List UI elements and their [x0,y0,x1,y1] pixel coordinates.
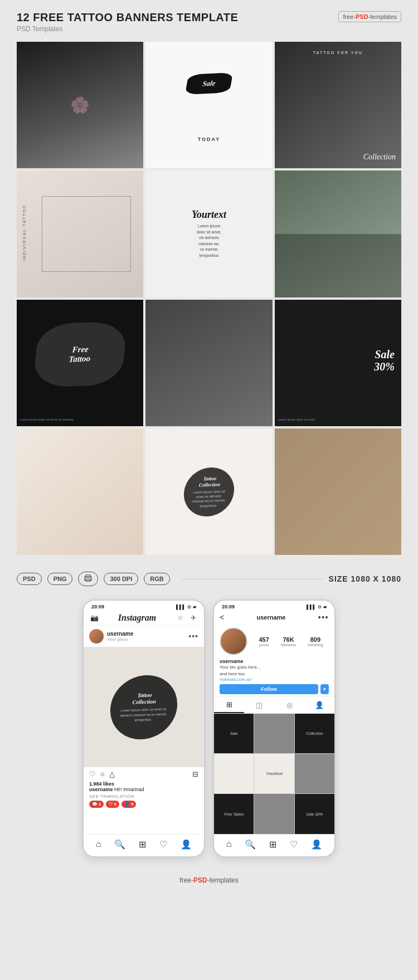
comment-icon[interactable]: ○ [100,770,105,778]
badge-rgb: RGB [144,573,169,585]
post-status-icons: ▌▌▌ ⊙ ▰ [176,604,196,610]
pgrid-4 [214,754,254,793]
page-title: 12 FREE TATTOO BANNERS TEMPLATE [17,11,238,24]
camera-icon[interactable]: 📷 [89,613,99,623]
share-icon[interactable]: △ [109,770,115,778]
footer-psd: PSD [193,876,207,884]
specs-row: PSD PNG 300 DPI RGB SIZE 1080 X 1080 [17,566,401,592]
tab-grid[interactable]: ⊞ [214,697,244,713]
banner-cell-8 [145,300,272,426]
signal-icon: ▌▌▌ [176,604,186,610]
phone-profile-mockup: 20:09 ▌▌▌ ⊙ ▰ < username ••• 457 [213,599,336,857]
profile-battery-icon: ▰ [323,604,327,610]
banner-7-caption: Lorem ipsum dolor sit amet,vis detracto [20,418,74,421]
wifi-icon: ⊙ [187,604,191,610]
post-user-info: username Your place [107,631,133,642]
pgrid-9: Sale 30% [295,794,334,833]
pgrid-7-text: Free Tattoo [214,794,254,833]
post-script-text: TattooCollection [132,691,157,705]
svg-rect-2 [86,579,90,581]
caption-text: Hi!! #marinad [114,787,144,792]
phones-row: 20:09 ▌▌▌ ⊙ ▰ 📷 Instagram ☆ ✈ [17,599,401,857]
ig-logo: Instagram [118,613,156,623]
follow-dropdown-button[interactable]: ▾ [320,684,329,694]
nav-search-icon[interactable]: 🔍 [114,839,125,850]
profile-time: 20:09 [222,604,235,610]
header-left: 12 FREE TATTOO BANNERS TEMPLATE PSD Temp… [17,11,238,33]
post-phone-nav: ⌂ 🔍 ⊞ ♡ 👤 [84,834,204,856]
heart-icon[interactable]: ♡ [89,770,96,778]
paper-plane-icon[interactable]: ✈ [188,613,198,623]
bookmark-icon[interactable]: ⊟ [192,770,198,778]
badge-psd: PSD [17,573,42,585]
spec-divider [181,579,323,579]
pgrid-7: Free Tattoo [214,794,254,833]
post-username: username [107,631,133,637]
battery-icon: ▰ [193,604,196,610]
pgrid-1-text: Sale [214,714,254,753]
banner-cell-5: Yourtext Lorem ipsumdolor sit amet,vis d… [145,170,272,297]
pgrid-9-text: Sale 30% [295,794,334,833]
bio-text-2: and here too. [220,671,329,677]
banner-9-caption: Lorem ipsum dolor sit amet [278,418,315,421]
nav-add-icon[interactable]: ⊞ [139,839,146,850]
banner-7-line2: Tattoo [69,354,91,364]
profile-username-title: username [256,614,285,621]
follow-row: Follow ▾ [214,684,334,696]
profile-nav-home-icon[interactable]: ⌂ [226,839,232,849]
notif-badge-3: 👤5 [121,801,136,808]
badge-printer [78,572,98,586]
banner-11-body: Lorem ipsum dolor sitamet,vis detractono… [191,489,226,509]
banner-cell-9: Sale30% Lorem ipsum dolor sit amet [275,300,401,426]
badge-dpi: 300 DPI [104,573,138,585]
page-footer: free-PSD-templates [17,869,401,890]
post-status-bar: 20:09 ▌▌▌ ⊙ ▰ [84,601,204,611]
banner-2-today: TODAY [198,136,221,142]
banner-grid: 🌸 Sale TODAY TATTOO FOR YOU Collection [17,42,401,555]
send-icon[interactable]: ☆ [175,613,185,623]
profile-nav-profile-icon[interactable]: 👤 [311,839,322,850]
tab-tag[interactable]: ◫ [244,697,274,713]
post-actions: ♡ ○ △ ⊟ [84,767,204,781]
profile-bio: username Your bio goes here... and here … [214,659,334,684]
post-likes: 1.984 likes [84,781,204,787]
tab-mentions[interactable]: 👤 [304,697,334,713]
profile-wifi-icon: ⊙ [318,604,322,610]
follow-button[interactable]: Follow [220,684,318,694]
banner-11-circle: TattooCollection Lorem ipsum dolor sitam… [182,466,236,517]
bio-link[interactable]: marinad.com.ar/ [220,677,329,682]
ig-header: 📷 Instagram ☆ ✈ [84,611,204,626]
post-more-icon[interactable]: ••• [188,632,198,641]
pgrid-3-text: Collection [295,714,334,753]
banner-cell-10 [17,428,143,555]
banner-cell-12 [275,428,401,555]
svg-rect-1 [86,575,90,577]
banner-cell-11: TattooCollection Lorem ipsum dolor sitam… [145,428,272,555]
notif-badge-2: ♡9 [106,801,119,808]
profile-more-icon[interactable]: ••• [318,613,329,622]
banner-11-headline: TattooCollection [199,475,221,488]
banner-cell-7: Free Tattoo Lorem ipsum dolor sit amet,v… [17,300,143,426]
pgrid-2 [254,714,294,753]
nav-home-icon[interactable]: ⌂ [96,839,101,849]
page-wrapper: 12 FREE TATTOO BANNERS TEMPLATE PSD Temp… [0,0,418,901]
profile-nav-heart-icon[interactable]: ♡ [290,839,298,850]
see-translation[interactable]: SEE TRANSLATION [84,794,204,799]
banner-cell-6 [275,170,401,297]
profile-nav-add-icon[interactable]: ⊞ [269,839,276,850]
page-subtitle: PSD Templates [17,25,238,33]
profile-counts: 457 posts 76K followers 809 following [253,636,329,647]
post-time: 20:09 [91,604,104,610]
profile-grid: Sale Collection Yourtext Free Tattoo Sal… [214,714,334,834]
bio-username: username [220,659,329,664]
back-arrow[interactable]: < [220,613,224,622]
nav-profile-icon[interactable]: 👤 [181,839,192,850]
tab-reels[interactable]: ◎ [274,697,304,713]
pgrid-5-text: Yourtext [254,754,294,793]
banner-cell-4: INDIVIDUAL TATTOO [17,170,143,297]
banner-5-headline: Yourtext [192,209,226,221]
nav-heart-icon[interactable]: ♡ [159,839,167,850]
banner-9-headline: Sale30% [374,348,395,373]
profile-nav-search-icon[interactable]: 🔍 [245,839,256,850]
badge-png: PNG [47,573,73,585]
